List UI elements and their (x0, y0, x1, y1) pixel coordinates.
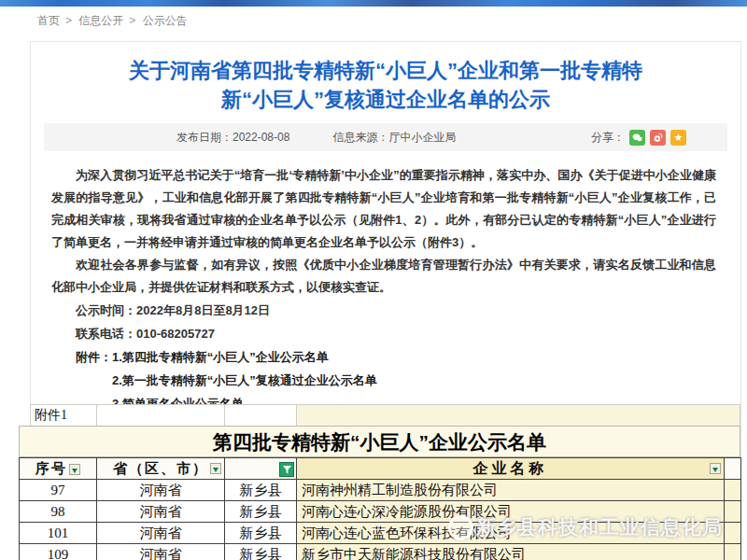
cell-county: 新乡县 (225, 544, 297, 560)
cell-company: 河南心连心深冷能源股份有限公司 (297, 501, 725, 523)
cell-county: 新乡县 (225, 523, 297, 544)
breadcrumb: 首页> 信息公开> 公示公告 (37, 13, 191, 29)
page-title-line2: 新“小巨人”复核通过企业名单的公示 (31, 85, 740, 114)
info-source: 信息来源：厅中小企业局 (332, 130, 456, 146)
cell-province: 河南省 (97, 501, 225, 523)
attachments-label: 附件： (76, 350, 112, 364)
attachment1-spreadsheet: 附件1 第四批专精特新“小巨人”企业公示名单 序号 省（区、市） 企业名称 97… (19, 404, 740, 560)
paragraph-2: 欢迎社会各界参与监督，如有异议，按照《优质中小企业梯度培育管理暂行办法》中有关要… (51, 254, 716, 299)
sheet-empty-cell (96, 405, 224, 426)
cell-province: 河南省 (97, 480, 225, 501)
breadcrumb-separator: > (129, 14, 135, 27)
publicity-time: 公示时间：2022年8月8日至8月12日 (51, 300, 716, 322)
company-table: 序号 省（区、市） 企业名称 97 河南省 新乡县 河南神州精工制造股份有限公司… (19, 457, 741, 560)
active-filter-icon (279, 462, 294, 477)
col-header-county (225, 458, 297, 480)
contact-phone: 联系电话：010-68205727 (51, 323, 716, 345)
attachment-link-1[interactable]: 1.第四批专精特新“小巨人”企业公示名单 (112, 350, 329, 364)
sheet-empty-cell (296, 405, 740, 426)
sheet-empty-cell (224, 405, 296, 426)
sheet-table-title: 第四批专精特新“小巨人”企业公示名单 (19, 426, 740, 457)
col-header-province: 省（区、市） (97, 458, 225, 480)
cell-seq: 98 (20, 501, 97, 523)
cell-province: 河南省 (97, 523, 225, 544)
table-header-row: 序号 省（区、市） 企业名称 (20, 458, 741, 480)
cell-company: 河南心连心蓝色环保科技有限公司 (297, 523, 725, 544)
share-toolbar: 分享： ★ (591, 130, 727, 146)
table-row: 98 河南省 新乡县 河南心连心深冷能源股份有限公司 (20, 501, 741, 523)
breadcrumb-current: 公示公告 (143, 14, 188, 27)
cell-seq: 109 (20, 544, 97, 560)
cell-company: 河南神州精工制造股份有限公司 (297, 480, 725, 501)
breadcrumb-home[interactable]: 首页 (37, 14, 60, 27)
filter-dropdown-icon (69, 464, 80, 475)
attachment-link-2[interactable]: 2.第一批专精特新“小巨人”复核通过企业公示名单 (112, 373, 377, 387)
page-title: 关于河南省第四批专精特新“小巨人”企业和第一批专精特 新“小巨人”复核通过企业名… (31, 56, 740, 114)
cell-county: 新乡县 (225, 480, 297, 501)
col-header-seq: 序号 (20, 458, 97, 480)
table-row: 97 河南省 新乡县 河南神州精工制造股份有限公司 (20, 480, 741, 501)
table-row: 109 河南省 新乡县 新乡市中天新能源科技股份有限公司 (20, 544, 741, 560)
article-meta-bar: 发布日期：2022-08-08 信息来源：厅中小企业局 分享： ★ (44, 123, 727, 151)
attachments-row: 附件：1.第四批专精特新“小巨人”企业公示名单 (51, 346, 716, 369)
page: 首页> 信息公开> 公示公告 关于河南省第四批专精特新“小巨人”企业和第一批专精… (0, 0, 747, 560)
sheet-corner-label: 附件1 (30, 405, 96, 426)
filter-dropdown-icon (210, 463, 221, 474)
cell-seq: 101 (20, 523, 97, 544)
cell-county: 新乡县 (225, 501, 297, 523)
favorite-star-icon[interactable]: ★ (670, 130, 686, 146)
col-header-extra (725, 458, 741, 480)
weibo-share-icon[interactable] (650, 130, 666, 146)
breadcrumb-separator: > (65, 14, 72, 27)
cell-company: 新乡市中天新能源科技股份有限公司 (297, 544, 725, 560)
cell-seq: 97 (20, 480, 97, 501)
sheet-corner-row: 附件1 (30, 404, 740, 426)
page-title-line1: 关于河南省第四批专精特新“小巨人”企业和第一批专精特 (31, 56, 740, 85)
share-label: 分享： (591, 130, 625, 146)
breadcrumb-info-disclosure[interactable]: 信息公开 (78, 14, 123, 27)
cell-province: 河南省 (97, 544, 225, 560)
publish-date: 发布日期：2022-08-08 (176, 130, 289, 146)
wechat-share-icon[interactable] (629, 130, 645, 146)
table-row: 101 河南省 新乡县 河南心连心蓝色环保科技有限公司 (20, 523, 741, 544)
filter-dropdown-icon (710, 463, 721, 474)
top-nav-bar (0, 0, 747, 7)
paragraph-1: 为深入贯彻习近平总书记关于“培育一批‘专精特新’中小企业”的重要指示精神，落实中… (51, 164, 716, 254)
col-header-company: 企业名称 (297, 458, 725, 480)
